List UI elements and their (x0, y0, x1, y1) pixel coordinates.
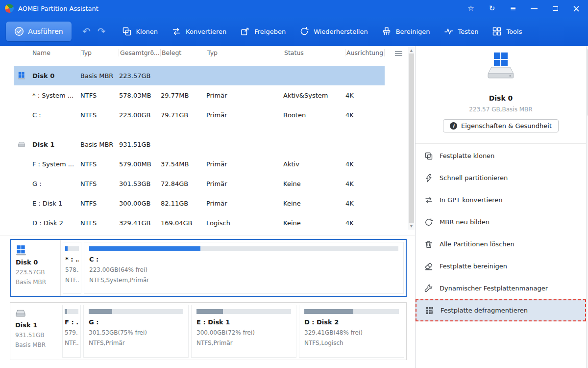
partition-label: D : Disk 2 (304, 318, 399, 326)
partition-block-e-disk-1[interactable]: E : Disk 1300.00GB(72% frei)NTFS,Primär (191, 305, 296, 358)
maximize-button[interactable] (551, 6, 559, 11)
disk0-icon (16, 245, 26, 256)
cell: Keine (283, 200, 345, 207)
sidebar-item-festplatte-bereinigen[interactable]: Festplatte bereinigen (416, 255, 586, 277)
column-header-typ[interactable]: Typ (80, 49, 119, 56)
refresh-icon[interactable]: ↻ (488, 5, 496, 12)
cell-name-text: F : System ... (32, 160, 74, 168)
toolbar-item-testen[interactable]: Testen (443, 26, 479, 37)
minimize-button[interactable]: — (530, 5, 538, 12)
cell: 79.71GB (161, 111, 206, 119)
toolbar-item-klonen[interactable]: Klonen (122, 26, 158, 37)
partition-block-g[interactable]: G :301.53GB(75% frei)NTFS,Primär (83, 305, 189, 358)
cell: 300.00GB (119, 200, 161, 207)
column-header-belegt[interactable]: Belegt (161, 49, 206, 56)
table-scrollbar[interactable]: ▲ ▼ (408, 47, 415, 230)
rebuild-icon (424, 218, 433, 227)
sidebar-item-dynamischer-festplattenmanager[interactable]: Dynamischer Festplattenmanager (416, 277, 586, 299)
column-header-typ-2[interactable]: Typ (206, 49, 283, 56)
sidebar-item-in-gpt-konvertieren[interactable]: In GPT konvertieren (416, 189, 586, 211)
disk-panel-disk-0[interactable]: Disk 0223.57GBBasis MBR* : ...578...NTF.… (10, 239, 407, 297)
cell: NTFS (80, 180, 119, 187)
cell: 931.51GB (119, 141, 161, 148)
table-row-f-system[interactable]: F : System ...NTFS579.00MB37.54MBPrimärA… (14, 154, 385, 174)
partition-size: 329.41GB(48% frei) (304, 329, 399, 336)
partition-block-item[interactable]: * : ...578...NTF... (63, 242, 81, 294)
toolbar-item-wiederherstellen[interactable]: Wiederherstellen (299, 26, 368, 37)
partition-block-f[interactable]: F : ...579...NTF... (62, 305, 81, 358)
sidebar-item-festplatte-klonen[interactable]: Festplatte klonen (416, 145, 586, 167)
sidebar-item-mbr-neu-bilden[interactable]: MBR neu bilden (416, 211, 586, 233)
table-row-d-disk-2[interactable]: D : Disk 2NTFS329.41GB169.04GBLogischKei… (14, 213, 385, 233)
column-header-status[interactable]: Status (283, 49, 345, 56)
toolbar-item-konvertieren[interactable]: Konvertieren (171, 26, 226, 37)
cell: 169.04GB (161, 219, 206, 227)
cell-name-text: G : (32, 180, 42, 187)
toolbar-item-freigeben[interactable]: Freigeben (240, 26, 286, 37)
toolbar-item-tools[interactable]: Tools (491, 26, 522, 37)
usage-bar (65, 246, 79, 251)
properties-button-label: Eigenschaften & Gesundheit (461, 122, 552, 130)
undo-button[interactable]: ↶ (82, 26, 91, 37)
list-view-icon[interactable] (395, 50, 403, 57)
trash-icon (424, 240, 433, 249)
cell-name-text: Disk 0 (32, 72, 54, 79)
table-row-system[interactable]: * : System ...NTFS578.03MB29.77MBPrimärA… (14, 85, 385, 105)
toolbar-item-label: Wiederherstellen (314, 28, 368, 35)
table-row-g[interactable]: G :NTFS301.53GB72.84GBPrimärKeine4K (14, 174, 385, 193)
partition-blocks: * : ...578...NTF...C :223.00GB(64% frei)… (61, 240, 406, 296)
column-header-ausrichtung[interactable]: Ausrichtung (345, 49, 385, 56)
partition-label: * : ... (65, 256, 79, 263)
cell: Primär (206, 92, 283, 99)
cell-name: D : Disk 2 (14, 213, 80, 233)
table-scrollbar-thumb[interactable] (409, 53, 414, 223)
favorite-icon[interactable]: ☆ (467, 5, 475, 12)
partition-size: 300.00GB(72% frei) (196, 329, 291, 336)
cell: 329.41GB (119, 219, 161, 227)
disk-panels: Disk 0223.57GBBasis MBR* : ...578...NTF.… (0, 236, 415, 360)
cell-name: E : Disk 1 (14, 193, 80, 213)
partition-block-d-disk-2[interactable]: D : Disk 2329.41GB(48% frei)NTFS,Logisch (299, 305, 404, 358)
sidebar-item-label: In GPT konvertieren (440, 196, 503, 204)
table-row-disk-1[interactable]: Disk 1Basis MBR931.51GB (14, 134, 385, 154)
cell: 223.57GB (119, 72, 161, 79)
column-header-name[interactable]: Name (14, 49, 80, 56)
partition-block-c[interactable]: C :223.00GB(64% frei)NTFS,System,Primär (84, 242, 404, 294)
apply-button[interactable]: Ausführen (6, 22, 72, 41)
cell: 4K (345, 200, 385, 207)
share-toolbar-icon (240, 26, 250, 37)
toolbar-item-label: Bereinigen (396, 28, 430, 35)
sidebar-item-schnell-partitionieren[interactable]: Schnell partitionieren (416, 167, 586, 189)
partition-fs: NTFS,Logisch (304, 340, 399, 346)
table-row-e-disk-1[interactable]: E : Disk 1NTFS300.00GB82.11GBPrimärKeine… (14, 193, 385, 213)
redo-button[interactable]: ↷ (98, 26, 106, 37)
scroll-down-icon[interactable]: ▼ (410, 224, 413, 229)
close-button[interactable]: × (572, 4, 580, 13)
sidebar: Disk 0 223.57 GB,Basis MBR i Eigenschaft… (416, 46, 586, 368)
sidebar-item-festplatte-defragmentieren[interactable]: Festplatte defragmentieren (416, 299, 586, 321)
table-header: NameTypGesamtgrö...BelegtTypStatusAusric… (14, 46, 385, 59)
cell: NTFS (80, 111, 119, 119)
disk-info: Disk 0223.57GBBasis MBR (11, 240, 61, 296)
partition-size: 578... (65, 266, 79, 273)
window-scrollbar[interactable] (586, 46, 588, 368)
sidebar-item-label: MBR neu bilden (440, 218, 490, 226)
cell-name: C : (14, 105, 80, 125)
sidebar-item-label: Festplatte defragmentieren (441, 307, 528, 314)
table-row-c[interactable]: C :NTFS223.00GB79.71GBPrimärBooten4K (14, 105, 385, 125)
scroll-up-icon[interactable]: ▲ (410, 48, 413, 53)
cell: Basis MBR (80, 141, 119, 148)
properties-button[interactable]: i Eigenschaften & Gesundheit (443, 119, 559, 132)
column-header-gesamtgrö[interactable]: Gesamtgrö... (119, 49, 161, 56)
partition-size: 223.00GB(64% frei) (89, 266, 398, 273)
sidebar-item-label: Schnell partitionieren (440, 174, 508, 182)
disk-type: Basis MBR (15, 342, 60, 348)
cell: 223.00GB (119, 111, 161, 119)
toolbar-item-bereinigen[interactable]: Bereinigen (381, 26, 430, 37)
table-row-disk-0[interactable]: Disk 0Basis MBR223.57GB (14, 66, 385, 85)
menu-icon[interactable]: ≡ (509, 5, 517, 12)
apply-button-label: Ausführen (28, 27, 63, 35)
sidebar-item-alle-partitionen-löschen[interactable]: Alle Partitionen löschen (416, 233, 586, 255)
disk-panel-disk-1[interactable]: Disk 1931.51GBBasis MBRF : ...579...NTF.… (10, 302, 407, 360)
disk-type: Basis MBR (16, 279, 60, 286)
